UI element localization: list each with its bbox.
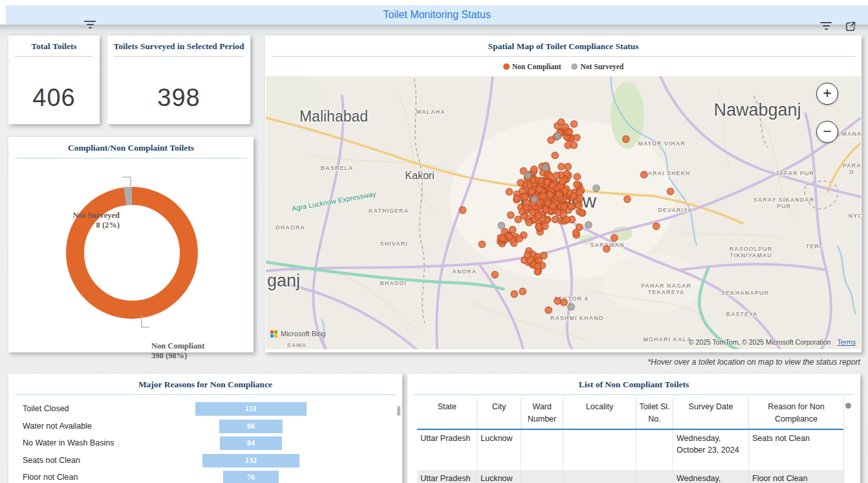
funnel-bar[interactable]: 76 [223,471,279,483]
table-cell [521,430,563,470]
kpi-title: Toilets Surveyed in Selected Period [107,36,250,52]
funnel-bar[interactable]: 151 [195,402,307,416]
table-card: List of Non Compliant Toilets StateCityW… [407,374,860,483]
table-scrollbar-track [843,398,844,483]
microsoft-logo-icon [270,330,277,338]
funnel-category-label: Water not Available [23,422,92,431]
funnel-row: Floor not Clean76 [8,471,402,483]
funnel-chart-card: Major Reasons for Non Compliance Toilet … [8,374,402,483]
table-body: Uttar PradeshLucknowWednesday, October 2… [417,430,844,483]
table-cell [636,470,673,483]
expand-icon[interactable] [843,19,858,32]
funnel-bar-value: 132 [202,454,299,467]
leader-line-not-surveyed [122,177,131,187]
bing-logo: Microsoft Bing [270,330,326,338]
table-row[interactable]: Uttar PradeshLucknowWednesday, October 2… [417,430,844,470]
kpi-card-total-toilets: Total Toilets 406 [8,36,100,124]
table-cell [563,430,636,470]
kpi-card-toilets-surveyed: Toilets Surveyed in Selected Period 398 [107,36,250,124]
funnel-row: Toilet Closed151 [8,402,402,416]
table-cell: Lucknow [477,430,521,470]
table-cell: Floor not Clean [749,470,844,483]
table-column-header[interactable]: Survey Date [673,398,749,429]
funnel-bar-value: 151 [195,402,307,416]
donut-svg[interactable] [8,158,254,352]
table-column-header[interactable]: Toilet Sl. No. [636,398,673,429]
donut-label-not-surveyed: Not Surveyed8 (2%) [72,211,120,230]
legend-item[interactable]: Not Surveyed [571,63,624,70]
funnel-bar[interactable]: 86 [219,420,283,433]
title-underline [414,394,854,395]
legend-label: Not Surveyed [580,63,624,70]
donut-chart-title: Compliant/Non Complaint Toilets [8,137,254,153]
table-column-header[interactable]: Reason for Non Compliance [749,398,844,429]
funnel-bar-value: 76 [223,471,279,483]
header-shadow [0,25,868,30]
map-data-points[interactable] [266,76,861,349]
table-cell [563,470,636,483]
table-cell: Uttar Pradesh [417,430,477,470]
table-cell: Uttar Pradesh [417,470,477,483]
table-cell: Seats not Clean [749,430,844,470]
table-scrollbar-thumb[interactable] [845,403,851,409]
map-title: Spatial Map of Toilet Compliance Status [265,36,862,52]
header-bar: Toilet Monitoring Status [6,5,868,25]
funnel-bar-value: 84 [220,436,282,450]
funnel-row: Water not Available86 [8,420,402,433]
kpi-value: 406 [8,84,100,112]
table-column-header[interactable]: Locality [563,398,636,429]
funnel-bar[interactable]: 132 [202,454,299,467]
table-row[interactable]: Uttar PradeshLucknowWednesday,Floor not … [417,470,844,483]
map-viewport[interactable]: MalihabadNawabganjLucknowganjKakoriMALAH… [266,76,861,349]
title-underline [272,56,855,57]
table-column-header[interactable]: Ward Number [521,398,563,429]
funnel-rows: Toilet Closed151Water not Available86No … [8,374,402,483]
copyright-text: © 2025 TomTom, © 2025 Microsoft Corporat… [689,338,831,346]
legend-dot-icon [503,63,510,70]
title-underline [114,56,244,57]
table-cell: Wednesday, [673,470,749,483]
funnel-category-label: No Water in Wash Basins [23,438,114,447]
funnel-row: No Water in Wash Basins84 [8,436,402,450]
bing-label: Microsoft Bing [281,330,326,338]
table-cell [636,430,673,470]
donut-chart-card: Compliant/Non Complaint Toilets Not Surv… [8,137,254,352]
table-cell [521,470,563,483]
table-column-header[interactable]: City [477,398,521,429]
filter-icon[interactable] [819,22,833,35]
title-underline [15,56,93,57]
zoom-out-button[interactable]: − [816,121,838,143]
funnel-row: Seats not Clean132 [8,454,402,467]
funnel-category-label: Floor not Clean [23,473,78,482]
table-cell: Wednesday, October 23, 2024 [673,430,749,470]
filter-icon[interactable] [83,21,97,34]
kpi-title: Total Toilets [8,36,100,52]
table-cell: Lucknow [477,470,521,483]
map-hover-note: *Hover over a toilet location on map to … [472,358,860,367]
kpi-value: 398 [107,84,250,112]
funnel-category-label: Toilet Closed [23,404,69,413]
funnel-category-label: Seats not Clean [23,456,80,465]
legend-dot-icon [571,63,578,70]
funnel-bar-value: 86 [219,420,283,433]
terms-link[interactable]: Terms [837,338,856,346]
table-title: List of Non Compliant Toilets [407,374,860,390]
map-legend: Non CompliantNot Surveyed [265,63,862,70]
legend-item[interactable]: Non Compliant [503,63,561,70]
table-header-row: StateCityWard NumberLocalityToilet Sl. N… [417,398,844,429]
page-title: Toilet Monitoring Status [6,5,868,25]
funnel-scrollbar-thumb[interactable] [397,406,400,416]
map-attribution: © 2025 TomTom, © 2025 Microsoft Corporat… [689,338,856,346]
donut-chart: Not Surveyed8 (2%) Non Compliant398 (98%… [8,158,254,352]
zoom-in-button[interactable]: + [816,83,838,105]
donut-label-non-compliant: Non Compliant398 (98%) [151,341,204,361]
table-column-header[interactable]: State [417,398,477,429]
dashboard-canvas: Toilet Monitoring Status Total Toilets 4… [0,0,868,483]
funnel-bar[interactable]: 84 [220,436,282,450]
legend-label: Non Compliant [512,63,561,70]
map-card: Spatial Map of Toilet Compliance Status … [265,36,862,352]
